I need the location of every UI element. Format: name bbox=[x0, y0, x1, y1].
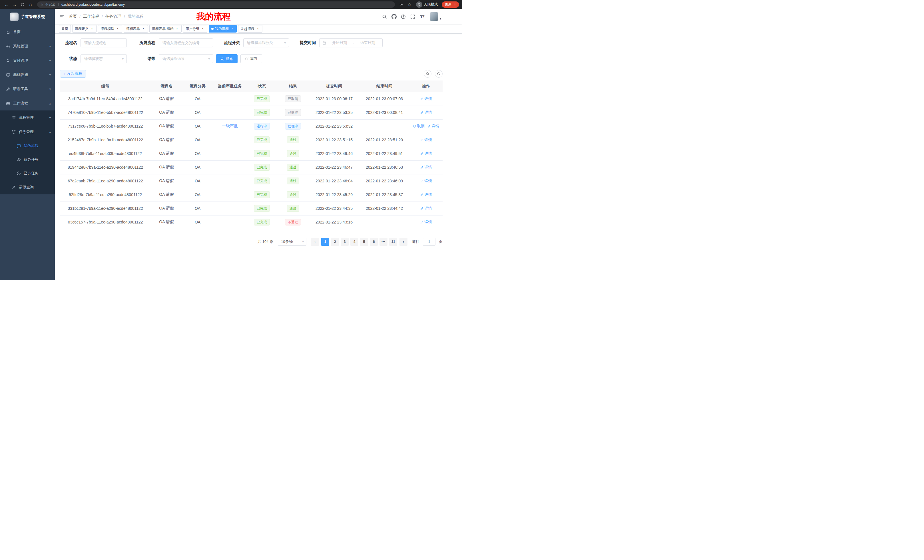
forward-icon[interactable]: → bbox=[11, 1, 18, 8]
status-select[interactable]: 请选择状态 ▾ bbox=[81, 54, 127, 63]
detail-link[interactable]: 详情 bbox=[428, 124, 439, 129]
browser-menu-icon[interactable]: ⋮ bbox=[453, 2, 457, 7]
next-page-button[interactable]: › bbox=[399, 238, 408, 246]
search-icon[interactable] bbox=[381, 13, 388, 20]
breadcrumb-item[interactable]: 我的流程/ bbox=[128, 14, 144, 19]
key-icon[interactable] bbox=[398, 1, 405, 8]
sidebar-item-leave-query[interactable]: 请假查询 bbox=[0, 180, 55, 195]
detail-link[interactable]: 详情 bbox=[420, 178, 432, 184]
search-toggle-button[interactable] bbox=[424, 70, 432, 78]
hamburger-icon[interactable] bbox=[55, 14, 69, 19]
detail-link[interactable]: 详情 bbox=[420, 96, 432, 101]
page-button[interactable]: 4 bbox=[350, 238, 358, 246]
calendar-icon bbox=[322, 41, 326, 45]
sidebar-item-process-mgmt[interactable]: 流程管理 ▾ bbox=[0, 111, 55, 125]
prev-page-button[interactable]: ‹ bbox=[311, 238, 319, 246]
page-size-select[interactable]: 10条/页 ▾ bbox=[278, 238, 306, 246]
sidebar-item-todo-tasks[interactable]: 待办任务 bbox=[0, 153, 55, 166]
view-tab[interactable]: 用户分组 × bbox=[183, 25, 207, 33]
detail-link[interactable]: 详情 bbox=[420, 220, 432, 225]
result-tag: 已取消 bbox=[285, 95, 301, 102]
process-name-input[interactable] bbox=[81, 38, 127, 47]
detail-link[interactable]: 详情 bbox=[420, 165, 432, 170]
view-tab[interactable]: 流程表单-编辑 × bbox=[149, 25, 182, 33]
user-menu[interactable]: ▾ bbox=[430, 12, 441, 21]
table-row: 331bc281-7b9a-11ec-a290-acde48001122 OA … bbox=[60, 202, 442, 215]
edit-icon bbox=[428, 124, 431, 128]
detail-link[interactable]: 详情 bbox=[420, 206, 432, 211]
close-icon[interactable]: × bbox=[256, 27, 260, 31]
close-icon[interactable]: × bbox=[230, 27, 234, 31]
workflow-submenu: 流程管理 ▾ 任务管理 ▴ 我的流程 待办任务 已办任务 bbox=[0, 111, 55, 195]
cell-id: ec45f38f-7b9a-11ec-b03b-acde48001122 bbox=[60, 147, 151, 160]
avatar[interactable] bbox=[430, 12, 438, 21]
search-button[interactable]: 搜索 bbox=[216, 54, 238, 63]
owner-process-label: 所属流程 bbox=[134, 40, 155, 45]
sidebar-item-devtools[interactable]: 研发工具 ▾ bbox=[0, 82, 55, 96]
refresh-icon[interactable] bbox=[19, 1, 26, 8]
current-task-link[interactable]: 一级审批 bbox=[222, 124, 238, 128]
font-size-icon[interactable]: TT bbox=[418, 13, 426, 20]
page-button[interactable]: 5 bbox=[360, 238, 368, 246]
create-process-button[interactable]: + 发起流程 bbox=[60, 70, 86, 78]
back-icon[interactable]: ← bbox=[3, 1, 10, 8]
sidebar-item-my-process[interactable]: 我的流程 bbox=[0, 139, 55, 153]
category-select[interactable]: 请选择流程分类 ▾ bbox=[243, 38, 289, 47]
close-icon[interactable]: × bbox=[175, 27, 179, 31]
sidebar-item-workflow[interactable]: 工作流程 ▴ bbox=[0, 96, 55, 111]
sidebar-item-task-mgmt[interactable]: 任务管理 ▴ bbox=[0, 125, 55, 139]
page-button[interactable]: 2 bbox=[331, 238, 339, 246]
sidebar-item-system[interactable]: 系统管理 ▾ bbox=[0, 39, 55, 53]
page-button[interactable]: 1 bbox=[321, 238, 329, 246]
page-button[interactable]: 6 bbox=[370, 238, 378, 246]
date-range-picker[interactable]: 开始日期 - 结束日期 bbox=[319, 38, 382, 47]
table-row: 7470a810-7b9b-11ec-b5b7-acde48001122 OA … bbox=[60, 106, 442, 119]
sidebar-item-done-tasks[interactable]: 已办任务 bbox=[0, 166, 55, 180]
close-icon[interactable]: × bbox=[201, 27, 205, 31]
sidebar-item-infra[interactable]: 基础设施 ▾ bbox=[0, 67, 55, 82]
owner-process-input[interactable] bbox=[159, 38, 213, 47]
sidebar-item-home[interactable]: 首页 bbox=[0, 25, 55, 39]
close-icon[interactable]: × bbox=[141, 27, 146, 31]
yen-icon bbox=[6, 58, 10, 63]
breadcrumb-item[interactable]: 任务管理/ bbox=[105, 14, 128, 19]
help-icon[interactable] bbox=[400, 13, 407, 20]
app-logo[interactable]: 芋道管理系统 bbox=[0, 9, 55, 25]
page-button[interactable]: ••• bbox=[380, 238, 387, 246]
result-tag: 通过 bbox=[286, 150, 299, 157]
view-tab[interactable]: 流程表单 × bbox=[124, 25, 148, 33]
breadcrumb-item[interactable]: 工作流程/ bbox=[83, 14, 105, 19]
sidebar-item-label: 基础设施 bbox=[13, 72, 28, 77]
cancel-link[interactable]: 取消 bbox=[413, 124, 424, 129]
close-icon[interactable]: × bbox=[90, 27, 94, 31]
breadcrumb-item[interactable]: 首页/ bbox=[69, 14, 83, 19]
detail-link[interactable]: 详情 bbox=[420, 110, 432, 115]
detail-link[interactable]: 详情 bbox=[420, 137, 432, 142]
sidebar-item-payment[interactable]: 支付管理 ▾ bbox=[0, 53, 55, 67]
bookmark-star-icon[interactable]: ☆ bbox=[406, 1, 413, 8]
edit-icon bbox=[420, 111, 424, 114]
security-label[interactable]: 不安全 bbox=[45, 2, 56, 7]
monitor-icon bbox=[6, 72, 10, 77]
goto-page-input[interactable] bbox=[423, 238, 435, 246]
reset-button[interactable]: 重置 bbox=[240, 54, 262, 63]
detail-link[interactable]: 详情 bbox=[420, 192, 432, 197]
detail-link[interactable]: 详情 bbox=[420, 151, 432, 156]
page-button[interactable]: 3 bbox=[340, 238, 349, 246]
address-bar[interactable]: ⚠ 不安全 dashboard.yudao.iocoder.cn/bpm/tas… bbox=[37, 1, 395, 8]
fullscreen-icon[interactable] bbox=[409, 13, 417, 20]
view-tab[interactable]: 流程定义 × bbox=[72, 25, 96, 33]
close-icon[interactable]: × bbox=[116, 27, 120, 31]
browser-chrome: ← → ⌂ ⚠ 不安全 dashboard.yudao.iocoder.cn/b… bbox=[0, 0, 462, 9]
cell-id: 2152467e-7b9b-11ec-9a1b-acde48001122 bbox=[60, 133, 151, 147]
refresh-table-button[interactable] bbox=[435, 70, 442, 78]
page-button[interactable]: 11 bbox=[389, 238, 397, 246]
result-select[interactable]: 请选择流结果 ▾ bbox=[159, 54, 213, 63]
view-tab[interactable]: 发起流程 × bbox=[238, 25, 262, 33]
view-tab[interactable]: 流程模型 × bbox=[98, 25, 122, 33]
github-icon[interactable] bbox=[390, 13, 398, 20]
browser-home-icon[interactable]: ⌂ bbox=[27, 1, 34, 8]
view-tab[interactable]: 我的流程 × bbox=[209, 25, 237, 33]
view-tab[interactable]: 首页 × bbox=[59, 25, 71, 33]
update-button[interactable]: 更新 ⋮ bbox=[442, 1, 459, 8]
